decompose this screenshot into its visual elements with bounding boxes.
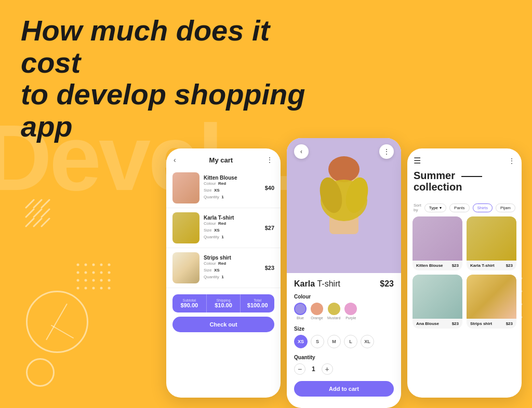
summary-total: Total $100.00	[241, 294, 274, 312]
cart-summary: Subtotal $90.00 Shipping $10.00 Total $1…	[172, 294, 274, 312]
cart-item-1: Kitten Blouse Colour Red Size XS Quantit…	[166, 168, 281, 208]
deco-line-1	[46, 304, 68, 340]
colour-mustard-label: Mustard	[327, 316, 340, 320]
phone-1-mycart: ‹ My cart ⋮ Kitten Blouse Colour Red Siz…	[166, 148, 281, 398]
summary-shipping: Shipping $10.00	[207, 294, 241, 312]
svg-point-21	[77, 264, 79, 266]
filter-pijam[interactable]: Pijam	[496, 203, 515, 212]
collection-more-icon[interactable]: ⋮	[508, 157, 515, 165]
checkout-button[interactable]: Check out	[172, 317, 274, 332]
svg-point-23	[92, 264, 95, 266]
quantity-decrease[interactable]: −	[294, 363, 305, 375]
svg-line-2	[42, 200, 49, 208]
quantity-value: 1	[312, 365, 315, 373]
product-image-area: ‹ ⋮	[287, 138, 401, 273]
cart-item-3-price: $23	[265, 265, 274, 271]
cart-item-2-name: Karla T-shirt	[204, 215, 261, 221]
product-grid: Kitten Blouse $23 Karla T-shirt $23 Ana …	[407, 216, 522, 329]
svg-point-32	[85, 279, 87, 282]
cart-title: My cart	[209, 156, 233, 164]
cart-item-2-details: Colour Red Size XS Quantity 1	[204, 221, 261, 240]
colour-mustard[interactable]: Mustard	[327, 303, 340, 320]
colour-label: Colour	[294, 294, 394, 300]
product-name: Karla T-shirt	[294, 279, 340, 289]
back-arrow-icon[interactable]: ‹	[174, 156, 176, 164]
svg-point-27	[85, 271, 87, 274]
svg-point-35	[108, 279, 111, 282]
svg-point-22	[85, 264, 87, 266]
cart-item-3-info: Strips shirt Colour Red Size XS Quantity…	[204, 255, 261, 280]
svg-line-4	[34, 209, 42, 217]
product-card-2-price: $23	[506, 263, 513, 268]
product-name-price-row: Karla T-shirt $23	[294, 279, 394, 289]
phone-3-collection: ☰ ⋮ Summer collection Sort by Type ▾ Pan…	[407, 148, 522, 398]
size-xs[interactable]: XS	[294, 335, 308, 348]
size-l[interactable]: L	[344, 335, 357, 348]
cart-item-2-price: $27	[265, 225, 274, 231]
total-value: $100.00	[244, 302, 271, 308]
size-m[interactable]: M	[327, 335, 341, 348]
svg-point-38	[92, 287, 95, 290]
cart-item-2-image	[172, 212, 200, 243]
product-card-1-info: Kitten Blouse $23	[413, 261, 462, 270]
product-card-1-price: $23	[452, 263, 459, 268]
colour-orange-label: Orange	[311, 316, 323, 320]
cart-item-1-info: Kitten Blouse Colour Red Size XS Quantit…	[204, 175, 261, 200]
phone2-more-icon[interactable]: ⋮	[379, 144, 394, 159]
svg-point-24	[100, 264, 103, 266]
cart-item-3: Strips shirt Colour Red Size XS Quantity…	[166, 248, 281, 288]
svg-point-39	[100, 287, 103, 290]
quantity-label: Quantity	[294, 355, 394, 360]
summary-subtotal: Subtotal $90.00	[172, 294, 207, 312]
product-card-2-name: Karla T-shirt	[470, 263, 495, 268]
svg-point-43	[328, 156, 360, 182]
svg-point-37	[85, 287, 87, 290]
colour-purple-label: Purple	[345, 316, 356, 320]
svg-point-25	[108, 264, 111, 266]
svg-line-5	[42, 209, 49, 217]
filter-shirts[interactable]: Shirts	[473, 203, 493, 212]
product-card-2-info: Karla T-shirt $23	[467, 261, 516, 270]
product-card-2[interactable]: Karla T-shirt $23	[467, 216, 516, 270]
svg-point-28	[92, 271, 95, 274]
product-detail-section: Karla T-shirt $23 Colour Blue Orange Mus…	[287, 273, 401, 403]
product-card-4-name: Strips shirt	[470, 321, 492, 326]
subtotal-label: Subtotal	[176, 298, 203, 302]
filter-pants[interactable]: Pants	[449, 203, 469, 212]
size-xl[interactable]: XL	[361, 335, 374, 348]
product-card-3[interactable]: Ana Blouse $23	[413, 275, 462, 329]
sort-type-select[interactable]: Type ▾	[424, 203, 446, 212]
product-card-4-info: Strips shirt $23	[467, 319, 516, 329]
product-card-1[interactable]: Kitten Blouse $23	[413, 216, 462, 270]
product-card-3-image	[413, 275, 462, 319]
product-card-4-price: $23	[506, 321, 513, 326]
menu-icon[interactable]: ☰	[414, 156, 421, 166]
total-label: Total	[244, 298, 271, 302]
colour-blue[interactable]: Blue	[294, 303, 307, 320]
product-card-4[interactable]: Strips shirt $23	[467, 275, 516, 329]
phone2-back-icon[interactable]: ‹	[294, 144, 309, 159]
svg-point-34	[100, 279, 103, 282]
colour-purple[interactable]: Purple	[344, 303, 357, 320]
deco-line-2	[51, 325, 74, 339]
svg-point-30	[108, 271, 111, 274]
colour-orange[interactable]: Orange	[311, 303, 323, 320]
cart-item-1-name: Kitten Blouse	[204, 175, 261, 181]
add-to-cart-button[interactable]: Add to cart	[294, 381, 394, 397]
size-s[interactable]: S	[311, 335, 324, 348]
svg-line-6	[26, 219, 34, 226]
svg-point-29	[100, 271, 103, 274]
cart-item-1-details: Colour Red Size XS Quantity 1	[204, 181, 261, 200]
sort-filter-row: Sort by Type ▾ Pants Shirts Pijam	[407, 201, 522, 216]
cart-item-3-image	[172, 252, 200, 283]
colour-blue-label: Blue	[297, 316, 304, 320]
more-dots-icon[interactable]: ⋮	[266, 156, 273, 164]
quantity-increase[interactable]: +	[322, 363, 333, 375]
shipping-value: $10.00	[210, 302, 237, 308]
cart-item-2: Karla T-shirt Colour Red Size XS Quantit…	[166, 208, 281, 248]
product-card-3-name: Ana Blouse	[416, 321, 439, 326]
size-options: XS S M L XL	[294, 335, 394, 348]
svg-point-40	[108, 287, 111, 290]
collection-title: Summer collection	[414, 170, 515, 193]
shipping-label: Shipping	[210, 298, 237, 302]
